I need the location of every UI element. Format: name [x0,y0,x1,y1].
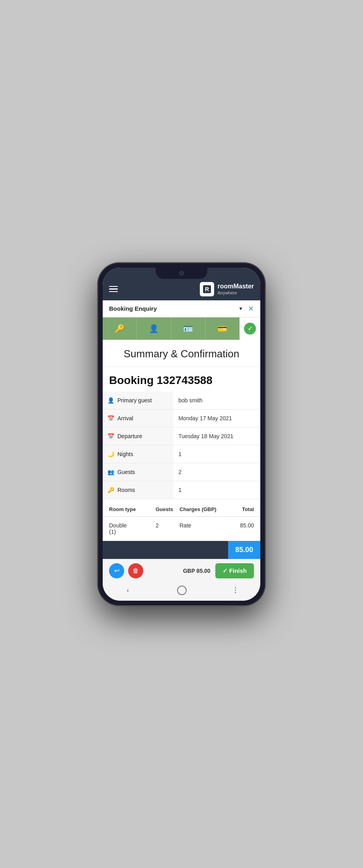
logo-roommaster: roomMaster [217,282,254,290]
person-icon: 👤 [107,397,114,404]
hamburger-menu[interactable] [109,286,118,292]
back-button[interactable]: ↩ [109,563,124,578]
dropdown-icon[interactable]: ▼ [238,306,243,312]
confirm-check: ✓ [244,323,256,335]
info-row-arrival: 📅 Arrival Monday 17 May 2021 [103,410,260,427]
footer: ↩ 🗑 GBP 85.00 ✓ Finish [103,559,260,582]
home-bar-area: ‹ [103,582,260,601]
content-area: Summary & Confirmation Booking 132743588… [103,340,260,559]
tab-guest[interactable]: 👤 [137,317,171,340]
delete-button[interactable]: 🗑 [128,563,143,578]
moon-icon: 🌙 [107,451,114,457]
logo-area: R roomMaster Anywhere [200,282,254,296]
arrival-icon: 📅 [107,415,114,421]
logo-anywhere: Anywhere [217,290,254,296]
col-charges: Charges (GBP) [180,506,226,512]
check-icon: ✓ [248,325,253,332]
col-room-type: Room type [109,506,156,512]
guests-value: 2 [174,463,260,481]
notch [156,268,207,279]
footer-right: GBP 85.00 ✓ Finish [183,563,254,578]
tab-confirm: ✓ [240,317,260,340]
finish-button[interactable]: ✓ Finish [215,563,254,578]
booking-bar-title: Booking Enquiry [109,305,157,312]
info-row-departure: 📅 Departure Tuesday 18 May 2021 [103,427,260,445]
grand-total: 85.00 [228,541,260,559]
booking-number: Booking 132743588 [103,367,260,392]
info-section: 👤 Primary guest bob smith 📅 Arrival Mond… [103,392,260,499]
logo-icon: R [200,282,214,296]
guests-label: 👥 Guests [103,463,174,481]
col-guests: Guests [156,506,180,512]
camera [179,271,184,276]
tab-key[interactable]: 🔑 [103,317,137,340]
departure-value: Tuesday 18 May 2021 [174,427,260,445]
svg-text:R: R [205,286,209,292]
primary-guest-value: bob smith [174,392,260,409]
rooms-icon: 🔑 [107,487,114,493]
info-row-primary-guest: 👤 Primary guest bob smith [103,392,260,410]
footer-left: ↩ 🗑 [109,563,143,578]
payment-icon: 💳 [217,324,227,333]
booking-bar: Booking Enquiry ▼ ✕ [103,300,260,317]
info-row-rooms: 🔑 Rooms 1 [103,481,260,499]
info-row-guests: 👥 Guests 2 [103,463,260,481]
key-icon: 🔑 [115,324,125,333]
charges-total-row: 85.00 [103,541,260,559]
phone-screen: R roomMaster Anywhere Booking Enquiry ▼ … [103,268,260,601]
guests-icon: 👥 [107,469,114,475]
info-row-nights: 🌙 Nights 1 [103,445,260,463]
booking-bar-actions: ▼ ✕ [238,304,254,313]
tab-payment[interactable]: 💳 [205,317,240,340]
close-button[interactable]: ✕ [248,304,254,313]
col-total: Total [226,506,254,512]
tab-id[interactable]: 🪪 [171,317,205,340]
footer-price: GBP 85.00 [183,568,211,574]
guest-icon: 👤 [149,324,159,333]
nav-home-icon[interactable] [177,586,187,595]
finish-label: ✓ Finish [222,567,247,574]
arrival-label: 📅 Arrival [103,410,174,427]
section-title: Summary & Confirmation [103,340,260,367]
charge-room-type: Double (1) [109,522,156,535]
departure-icon: 📅 [107,433,114,439]
logo-text: roomMaster Anywhere [217,282,254,295]
rooms-label: 🔑 Rooms [103,481,174,499]
primary-guest-label: 👤 Primary guest [103,392,174,409]
id-icon: 🪪 [183,324,193,333]
charges-header: Room type Guests Charges (GBP) Total [103,502,260,517]
nav-recent-icon[interactable] [235,587,236,593]
charge-guests: 2 [156,522,180,535]
nights-label: 🌙 Nights [103,445,174,463]
rooms-value: 1 [174,481,260,499]
nights-value: 1 [174,445,260,463]
phone-frame: R roomMaster Anywhere Booking Enquiry ▼ … [98,263,265,605]
charge-row: Double (1) 2 Rate 85.00 [103,517,260,541]
charges-section: Room type Guests Charges (GBP) Total Dou… [103,502,260,559]
departure-label: 📅 Departure [103,427,174,445]
charge-total: 85.00 [226,522,254,535]
tabs-row: 🔑 👤 🪪 💳 ✓ [103,317,260,340]
charge-type: Rate [180,522,226,535]
nav-back-icon[interactable]: ‹ [127,587,129,594]
arrival-value: Monday 17 May 2021 [174,410,260,427]
